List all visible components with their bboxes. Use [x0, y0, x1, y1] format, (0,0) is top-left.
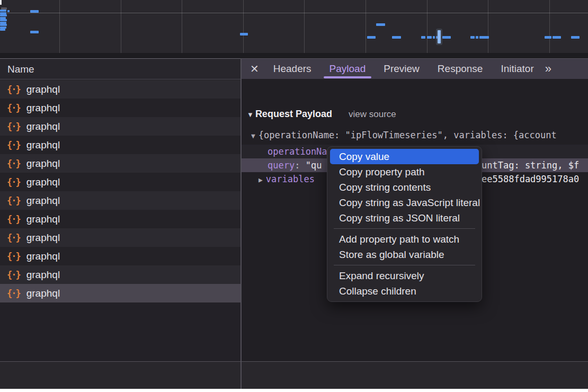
overview-vertical-gridline — [304, 0, 305, 53]
request-timing-bar — [30, 31, 39, 33]
timeline-gray-bar — [1, 7, 7, 10]
more-tabs-chevron-icon[interactable]: » — [545, 62, 550, 76]
json-braces-icon: {·} — [7, 121, 20, 132]
json-key: query — [268, 160, 295, 171]
request-timing-bar — [470, 36, 475, 39]
overview-vertical-gridline — [243, 0, 244, 53]
menu-item-add-property-path-to-watch[interactable]: Add property path to watch — [330, 231, 479, 247]
request-row-graphql[interactable]: {·}graphql — [0, 228, 240, 247]
close-icon[interactable]: ✕ — [250, 63, 259, 75]
menu-item-copy-string-as-javascript-literal[interactable]: Copy string as JavaScript literal — [330, 195, 479, 210]
request-name-label: graphql — [26, 251, 60, 262]
json-root-preview: {operationName: "ipFlowTimeseries", vari… — [259, 130, 557, 140]
tab-headers[interactable]: Headers — [264, 59, 320, 79]
json-braces-icon: {·} — [7, 288, 20, 299]
overview-vertical-gridline — [427, 0, 427, 53]
json-braces-icon: {·} — [7, 214, 20, 225]
json-braces-icon: {·} — [7, 195, 20, 206]
request-name-label: graphql — [26, 158, 60, 170]
request-row-graphql[interactable]: {·}graphql — [0, 117, 240, 136]
tab-preview[interactable]: Preview — [375, 59, 429, 79]
request-name-label: graphql — [26, 176, 60, 188]
request-row-graphql[interactable]: {·}graphql — [0, 173, 240, 191]
request-timing-bar — [442, 36, 451, 39]
network-overview-timeline[interactable] — [0, 0, 588, 53]
menu-separator — [334, 228, 475, 229]
request-timing-bar — [240, 33, 248, 35]
request-timing-bar — [0, 14, 7, 16]
request-timing-bar — [427, 36, 432, 39]
request-name-label: graphql — [26, 195, 60, 207]
tab-payload[interactable]: Payload — [320, 59, 375, 79]
detail-tabbar: ✕ HeadersPayloadPreviewResponseInitiator… — [242, 58, 588, 79]
request-timing-bar — [571, 36, 580, 39]
view-source-link[interactable]: view source — [349, 109, 396, 120]
request-name-label: graphql — [26, 213, 60, 225]
json-braces-icon: {·} — [7, 233, 20, 243]
request-timing-bar — [30, 10, 39, 13]
request-row-graphql[interactable]: {·}graphql — [0, 284, 240, 302]
timeline-marker — [438, 30, 441, 43]
tab-initiator[interactable]: Initiator — [492, 59, 542, 79]
overview-horizontal-gridline — [0, 13, 588, 13]
request-timing-bar — [421, 36, 425, 39]
json-braces-icon: {·} — [7, 84, 20, 95]
menu-item-expand-recursively[interactable]: Expand recursively — [330, 268, 479, 283]
json-root-row[interactable]: ▼{operationName: "ipFlowTimeseries", var… — [242, 128, 588, 142]
section-disclosure-triangle-icon[interactable]: ▼ — [247, 111, 254, 119]
request-timing-bar — [367, 36, 376, 39]
request-timing-bar — [376, 23, 385, 26]
name-column-header[interactable]: Name — [0, 59, 240, 79]
request-row-graphql[interactable]: {·}graphql — [0, 247, 240, 265]
request-payload-section-header[interactable]: ▼ Request Payload — [247, 109, 332, 120]
request-row-graphql[interactable]: {·}graphql — [0, 191, 240, 210]
json-colon: : — [295, 160, 300, 171]
footer-panel-divider — [240, 362, 242, 389]
menu-item-store-as-global-variable[interactable]: Store as global variable — [330, 247, 479, 262]
json-value-fragment-right: untTag: string, $f — [482, 158, 579, 172]
request-row-graphql[interactable]: {·}graphql — [0, 136, 240, 154]
tabs-container: HeadersPayloadPreviewResponseInitiator — [264, 59, 543, 79]
request-timing-bar — [0, 10, 6, 12]
json-braces-icon: {·} — [7, 177, 20, 188]
menu-item-copy-property-path[interactable]: Copy property path — [330, 164, 479, 180]
menu-item-copy-value[interactable]: Copy value — [330, 149, 479, 164]
menu-item-copy-string-contents[interactable]: Copy string contents — [330, 180, 479, 195]
overview-vertical-gridline — [366, 0, 366, 53]
request-row-graphql[interactable]: {·}graphql — [0, 265, 240, 284]
request-name-label: graphql — [26, 84, 60, 95]
request-timing-bar — [479, 36, 489, 39]
collapsed-triangle-icon[interactable]: ▶ — [259, 176, 263, 184]
overview-bottom-band — [0, 53, 588, 58]
menu-separator — [334, 265, 475, 265]
tab-response[interactable]: Response — [429, 59, 492, 79]
menu-item-collapse-children[interactable]: Collapse children — [330, 283, 479, 299]
overview-vertical-gridline — [182, 0, 182, 53]
json-braces-icon: {·} — [7, 251, 20, 262]
request-timing-bar — [0, 29, 5, 31]
timeline-corner-tick — [0, 0, 2, 5]
expanded-triangle-icon[interactable]: ▼ — [251, 132, 255, 140]
request-name-label: graphql — [26, 139, 60, 151]
request-name-label: graphql — [26, 232, 60, 244]
request-row-graphql[interactable]: {·}graphql — [0, 99, 240, 117]
json-key: variables — [266, 174, 315, 184]
request-timing-bar — [545, 36, 551, 39]
request-timing-bar — [476, 36, 478, 39]
request-row-graphql[interactable]: {·}graphql — [0, 80, 240, 99]
section-title: Request Payload — [255, 109, 332, 120]
context-menu: Copy valueCopy property pathCopy string … — [327, 146, 482, 302]
overview-vertical-gridline — [59, 0, 60, 53]
menu-item-copy-string-as-json-literal[interactable]: Copy string as JSON literal — [330, 210, 479, 226]
request-name-label: graphql — [26, 269, 60, 281]
request-timing-bar — [433, 36, 435, 39]
request-list-panel: Name {·}graphql{·}graphql{·}graphql{·}gr… — [0, 58, 240, 361]
request-row-graphql[interactable]: {·}graphql — [0, 210, 240, 228]
devtools-network-panel: Name {·}graphql{·}graphql{·}graphql{·}gr… — [0, 0, 588, 389]
request-name-label: graphql — [26, 102, 60, 114]
request-rows: {·}graphql{·}graphql{·}graphql{·}graphql… — [0, 80, 240, 302]
overview-vertical-gridline — [488, 0, 488, 53]
overview-vertical-gridline — [549, 0, 550, 53]
request-name-label: graphql — [26, 121, 60, 132]
request-row-graphql[interactable]: {·}graphql — [0, 154, 240, 173]
